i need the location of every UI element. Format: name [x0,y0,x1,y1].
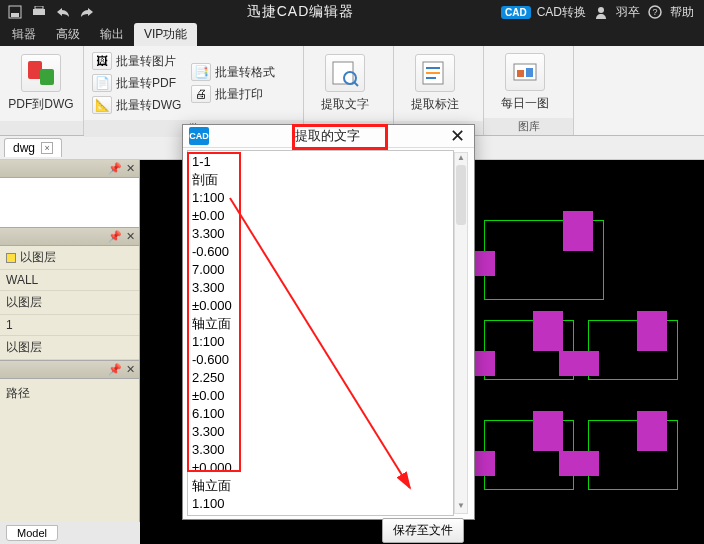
list-item[interactable]: 3.300 [192,225,449,243]
svg-rect-17 [517,70,524,77]
group-label [0,121,83,135]
scrollbar[interactable]: ▲ ▼ [454,152,468,514]
extracted-text-list[interactable]: 1-1剖面1:100±0.003.300-0.6007.0003.300±0.0… [187,150,454,516]
tree-pane[interactable] [0,178,139,228]
redo-icon[interactable] [76,2,98,22]
list-item[interactable]: 2.250 [192,369,449,387]
undo-icon[interactable] [52,2,74,22]
help-link[interactable]: 帮助 [670,4,694,21]
svg-rect-2 [33,9,45,15]
tab-advanced[interactable]: 高级 [46,23,90,46]
close-icon[interactable]: × [41,142,53,154]
batch-to-pdf-button[interactable]: 📄批量转PDF [88,72,185,94]
list-item[interactable]: -0.600 [192,351,449,369]
property-pane: 路径 [0,379,139,544]
close-icon[interactable]: ✕ [446,125,468,147]
svg-point-4 [598,7,604,13]
layer-row[interactable]: 以图层 [0,291,139,315]
pdf-small-icon: 📄 [92,74,112,92]
user-icon[interactable] [592,3,610,21]
svg-line-11 [354,82,358,86]
cad-badge: CAD [501,6,531,19]
layer-row[interactable]: 以图层 [0,336,139,360]
svg-rect-18 [526,68,533,77]
list-item[interactable]: -0.600 [192,243,449,261]
save-icon[interactable] [4,2,26,22]
menubar: 辑器 高级 输出 VIP功能 [0,24,704,46]
pane-header: 📌✕ [0,160,139,178]
image-icon: 🖼 [92,52,112,70]
list-item[interactable]: 1.100 [192,495,449,513]
scroll-thumb[interactable] [456,165,466,225]
user-name[interactable]: 羽卒 [616,4,640,21]
tab-editor[interactable]: 辑器 [2,23,46,46]
batch-to-image-button[interactable]: 🖼批量转图片 [88,50,185,72]
svg-rect-8 [40,69,54,85]
dwg-icon: 📐 [92,96,112,114]
extract-text-icon [325,54,365,92]
pin-icon[interactable]: 📌 [108,363,122,376]
format-icon: 📑 [191,63,211,81]
list-item[interactable]: 6.100 [192,405,449,423]
tab-output[interactable]: 输出 [90,23,134,46]
color-swatch [6,253,16,263]
list-item[interactable]: 3.300 [192,423,449,441]
cad-convert-link[interactable]: CAD转换 [537,4,586,21]
list-item[interactable]: ±0.000 [192,459,449,477]
list-item[interactable]: 3.300 [192,279,449,297]
svg-rect-7 [28,61,42,79]
svg-rect-1 [11,13,19,17]
titlebar: 迅捷CAD编辑器 CAD CAD转换 羽卒 ? 帮助 [0,0,704,24]
svg-text:?: ? [652,7,657,17]
list-item[interactable]: 3.300 [192,441,449,459]
model-tab[interactable]: Model [6,525,58,541]
layer-list: 以图层 WALL 以图层 1 以图层 [0,246,139,361]
batch-print-button[interactable]: 🖨批量打印 [187,83,279,105]
extract-text-dialog: CAD 提取的文字 ✕ 1-1剖面1:100±0.003.300-0.6007.… [182,124,475,520]
scroll-up-icon[interactable]: ▲ [455,153,467,165]
document-tab[interactable]: dwg × [4,138,62,157]
batch-to-dwg-button[interactable]: 📐批量转DWG [88,94,185,116]
list-item[interactable]: ±0.000 [192,297,449,315]
pdf-to-dwg-button[interactable]: PDF到DWG [4,50,78,117]
scroll-down-icon[interactable]: ▼ [455,501,467,513]
dialog-title: 提取的文字 [209,127,446,145]
tab-vip[interactable]: VIP功能 [134,23,197,46]
list-item[interactable]: ±0.00 [192,387,449,405]
group-gallery-label: 图库 [484,118,573,135]
list-item[interactable]: 轴立面 [192,477,449,495]
list-item[interactable]: 1-1 [192,153,449,171]
layer-row[interactable]: 以图层 [0,246,139,270]
extract-annotation-button[interactable]: 提取标注 [398,50,472,117]
batch-format-button[interactable]: 📑批量转格式 [187,61,279,83]
list-item[interactable]: 7.000 [192,261,449,279]
pin-icon[interactable]: 📌 [108,230,122,243]
list-item[interactable]: 轴立面 [192,315,449,333]
close-pane-icon[interactable]: ✕ [126,363,135,376]
pdf-icon [21,54,61,92]
layer-row[interactable]: 1 [0,315,139,336]
svg-rect-3 [35,6,43,9]
extract-anno-icon [415,54,455,92]
daily-image-button[interactable]: 每日一图 [488,50,562,114]
list-item[interactable]: 剖面 [192,171,449,189]
daily-icon [505,53,545,91]
print-icon[interactable] [28,2,50,22]
close-pane-icon[interactable]: ✕ [126,230,135,243]
dialog-titlebar: CAD 提取的文字 ✕ [183,125,474,148]
extract-text-button[interactable]: 提取文字 [308,50,382,117]
list-item[interactable]: 1:100 [192,189,449,207]
list-item[interactable]: ±0.00 [192,207,449,225]
left-panel: 📌✕ 📌✕ 以图层 WALL 以图层 1 以图层 📌✕ 路径 [0,160,140,544]
cad-icon: CAD [189,127,209,145]
property-label: 路径 [0,379,139,408]
help-icon[interactable]: ? [646,3,664,21]
list-item[interactable]: 1:100 [192,333,449,351]
pin-icon[interactable]: 📌 [108,162,122,175]
layer-row[interactable]: WALL [0,270,139,291]
footer-tabs: Model [0,522,140,544]
app-title: 迅捷CAD编辑器 [100,3,501,21]
document-tab-label: dwg [13,141,35,155]
save-to-file-button[interactable]: 保存至文件 [382,518,464,543]
close-pane-icon[interactable]: ✕ [126,162,135,175]
